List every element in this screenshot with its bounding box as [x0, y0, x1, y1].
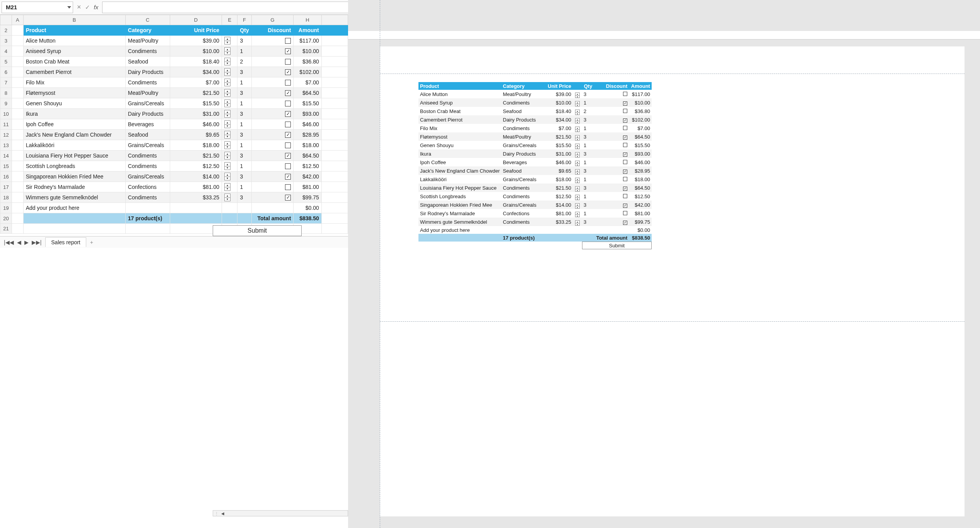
- discount-checkbox[interactable]: [285, 142, 291, 148]
- unitprice-cell[interactable]: $81.00: [170, 182, 222, 192]
- amount-cell[interactable]: $15.50: [294, 98, 321, 109]
- product-cell[interactable]: Fløtemysost: [23, 88, 125, 98]
- row-header[interactable]: 6: [0, 67, 12, 77]
- discount-cell[interactable]: ✓: [251, 151, 294, 161]
- blank-cell[interactable]: [12, 98, 23, 109]
- spinner-cell[interactable]: ▲▼: [222, 57, 237, 67]
- qty-cell[interactable]: 3: [237, 130, 251, 140]
- row-header[interactable]: 10: [0, 109, 12, 119]
- row-header[interactable]: 16: [0, 171, 12, 182]
- unitprice-cell[interactable]: $21.50: [170, 88, 222, 98]
- discount-cell[interactable]: [251, 98, 294, 109]
- discount-checkbox[interactable]: [285, 59, 291, 65]
- amount-cell[interactable]: $12.50: [294, 161, 321, 171]
- qty-cell[interactable]: 1: [237, 182, 251, 192]
- spinner-cell[interactable]: ▲▼: [222, 140, 237, 151]
- unitprice-cell[interactable]: $15.50: [170, 98, 222, 109]
- horizontal-scrollbar[interactable]: ⋮ ◀: [213, 510, 348, 516]
- sheet-nav-prev-icon[interactable]: ◀: [17, 239, 21, 245]
- amount-cell[interactable]: $42.00: [294, 171, 321, 182]
- category-cell[interactable]: Grains/Cereals: [125, 140, 170, 151]
- blank-cell[interactable]: [321, 119, 348, 130]
- qty-spinner[interactable]: ▲▼: [224, 99, 230, 107]
- amount-cell[interactable]: $64.50: [294, 151, 321, 161]
- discount-checkbox[interactable]: ✓: [285, 111, 291, 117]
- discount-cell[interactable]: [251, 182, 294, 192]
- unitprice-cell[interactable]: $12.50: [170, 161, 222, 171]
- blank-cell[interactable]: [321, 151, 348, 161]
- row-header[interactable]: 17: [0, 182, 12, 192]
- col-header-G[interactable]: G: [251, 15, 294, 25]
- qty-cell[interactable]: 1: [237, 98, 251, 109]
- col-header-F[interactable]: F: [237, 15, 251, 25]
- blank-cell[interactable]: [321, 98, 348, 109]
- amount-cell[interactable]: $18.00: [294, 140, 321, 151]
- amount-cell[interactable]: $36.80: [294, 57, 321, 67]
- qty-spinner[interactable]: ▲▼: [224, 37, 230, 45]
- row-header[interactable]: 9: [0, 98, 12, 109]
- formula-confirm-icon[interactable]: [85, 4, 90, 11]
- product-cell[interactable]: Aniseed Syrup: [23, 46, 125, 57]
- unitprice-cell[interactable]: $7.00: [170, 77, 222, 88]
- spinner-cell[interactable]: ▲▼: [222, 77, 237, 88]
- qty-cell[interactable]: 1: [237, 140, 251, 151]
- discount-checkbox[interactable]: ✓: [285, 174, 291, 180]
- name-box[interactable]: [2, 2, 73, 13]
- blank-cell[interactable]: [321, 171, 348, 182]
- col-header-A[interactable]: A: [12, 15, 23, 25]
- discount-cell[interactable]: ✓: [251, 88, 294, 98]
- spinner-cell[interactable]: ▲▼: [222, 171, 237, 182]
- blank-cell[interactable]: [12, 192, 23, 203]
- qty-spinner[interactable]: ▲▼: [224, 89, 230, 97]
- spinner-cell[interactable]: ▲▼: [222, 130, 237, 140]
- blank-cell[interactable]: [321, 203, 348, 213]
- margin-guide-bottom[interactable]: [380, 321, 965, 322]
- sheet-table[interactable]: A B C D E F G H 2 Product Category Unit …: [0, 15, 348, 234]
- discount-checkbox[interactable]: ✓: [285, 153, 291, 159]
- col-header-blank[interactable]: [321, 15, 348, 25]
- discount-checkbox[interactable]: ✓: [285, 69, 291, 75]
- row-header[interactable]: 14: [0, 151, 12, 161]
- column-header-row[interactable]: A B C D E F G H: [0, 15, 348, 25]
- col-header-E[interactable]: E: [222, 15, 237, 25]
- discount-cell[interactable]: [251, 57, 294, 67]
- blank-cell[interactable]: [251, 203, 294, 213]
- amount-cell[interactable]: $10.00: [294, 46, 321, 57]
- category-cell[interactable]: Condiments: [125, 161, 170, 171]
- category-cell[interactable]: Dairy Products: [125, 67, 170, 77]
- row-header[interactable]: 11: [0, 119, 12, 130]
- scroll-left-icon[interactable]: ◀: [220, 511, 225, 516]
- qty-spinner[interactable]: ▲▼: [224, 120, 230, 128]
- qty-cell[interactable]: 3: [237, 192, 251, 203]
- blank-cell[interactable]: [12, 77, 23, 88]
- blank-cell[interactable]: [12, 57, 23, 67]
- blank-cell[interactable]: [125, 203, 170, 213]
- category-cell[interactable]: Dairy Products: [125, 109, 170, 119]
- blank-cell[interactable]: [12, 171, 23, 182]
- unitprice-cell[interactable]: $14.00: [170, 171, 222, 182]
- blank-cell[interactable]: [321, 46, 348, 57]
- name-box-dropdown-icon[interactable]: [67, 6, 71, 9]
- blank-cell[interactable]: [12, 119, 23, 130]
- discount-cell[interactable]: ✓: [251, 171, 294, 182]
- category-cell[interactable]: Beverages: [125, 119, 170, 130]
- product-cell[interactable]: Wimmers gute Semmelknödel: [23, 192, 125, 203]
- product-cell[interactable]: Ikura: [23, 109, 125, 119]
- blank-cell[interactable]: [170, 203, 222, 213]
- name-box-input[interactable]: [5, 3, 70, 11]
- blank-cell[interactable]: [237, 203, 251, 213]
- discount-cell[interactable]: [251, 140, 294, 151]
- qty-cell[interactable]: 3: [237, 109, 251, 119]
- blank-cell[interactable]: [12, 224, 23, 234]
- qty-cell[interactable]: 2: [237, 57, 251, 67]
- formula-bar[interactable]: [102, 2, 348, 13]
- discount-checkbox[interactable]: [285, 163, 291, 169]
- qty-spinner[interactable]: ▲▼: [224, 162, 230, 170]
- discount-checkbox[interactable]: [285, 80, 291, 86]
- blank-cell[interactable]: [321, 224, 348, 234]
- blank-cell[interactable]: [12, 213, 23, 224]
- col-header-D[interactable]: D: [170, 15, 222, 25]
- spinner-cell[interactable]: ▲▼: [222, 182, 237, 192]
- unitprice-cell[interactable]: $46.00: [170, 119, 222, 130]
- category-cell[interactable]: Confections: [125, 182, 170, 192]
